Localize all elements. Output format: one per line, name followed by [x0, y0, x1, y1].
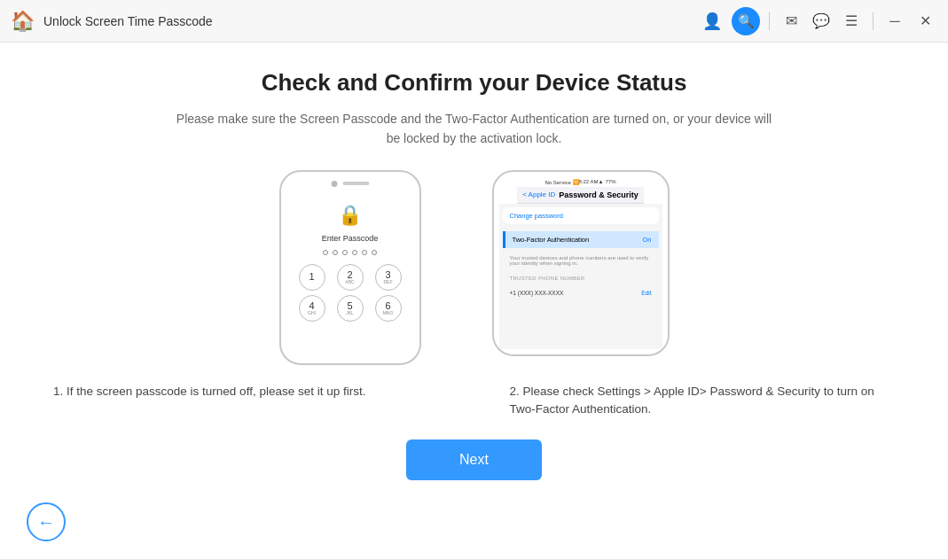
passcode-dot-2 — [333, 250, 338, 255]
search-icon[interactable]: 🔍 — [732, 7, 760, 35]
phone2-status-left: No Service 🛜 — [545, 179, 579, 185]
passcode-dot-5 — [362, 250, 367, 255]
phone2-edit-label: Edit — [641, 290, 651, 296]
passcode-dot-3 — [342, 250, 348, 255]
battery-label: 77% — [605, 179, 615, 184]
phone2-time: 8:22 AM — [579, 179, 599, 184]
phone2-nav: < Apple ID Password & Security — [517, 187, 644, 204]
key-3: 3DEF — [375, 264, 402, 291]
page-title: Check and Confirm your Device Status — [262, 69, 687, 97]
phone2-change-password-row: Change password — [503, 207, 659, 224]
titlebar-left: 🏠 Unlock Screen Time Passcode — [11, 10, 698, 33]
phone2-trusted-label: TRUSTED PHONE NUMBER — [503, 273, 659, 284]
back-button[interactable]: ← — [27, 502, 66, 541]
desc1: 1. If the screen passcode is turned off,… — [53, 383, 439, 419]
phone1-top — [331, 181, 369, 187]
minimize-button[interactable]: ─ — [882, 9, 907, 34]
close-button[interactable]: ✕ — [913, 9, 937, 34]
key-2: 2ABC — [337, 264, 364, 291]
phone2-trusted-number: +1 (XXX) XXX-XXXX — [510, 290, 564, 296]
phone1-wrap: 🔒 Enter Passcode 1 2ABC 3DEF 4 — [279, 170, 421, 365]
phone2-info-text: Your trusted devices and phone numbers a… — [503, 252, 659, 269]
phone1-dot — [331, 181, 337, 187]
phone2-back-label: < Apple ID — [522, 191, 555, 198]
phone2-status-right: ▲ 77% — [599, 179, 616, 184]
phone2-body: Change password Two-Factor Authenticatio… — [499, 204, 662, 349]
key-4: 4GHI — [299, 295, 325, 322]
main-content: Check and Confirm your Device Status Ple… — [0, 43, 948, 559]
phones-row: 🔒 Enter Passcode 1 2ABC 3DEF 4 — [53, 170, 895, 365]
battery-icon: ▲ — [599, 179, 604, 184]
phone2-2fa-row: Two-Factor Authentication On — [503, 231, 659, 248]
passcode-dot-6 — [372, 250, 377, 255]
desc-row: 1. If the screen passcode is turned off,… — [53, 383, 895, 419]
mail-icon[interactable]: ✉ — [779, 9, 803, 34]
lock-icon: 🔒 — [338, 204, 362, 227]
phone2-trusted-row: +1 (XXX) XXX-XXXX Edit — [503, 287, 659, 299]
passcode-dot-4 — [352, 250, 357, 255]
phone2-wrap: No Service 🛜 8:22 AM ▲ 77% < Apple ID Pa… — [492, 170, 670, 356]
enter-passcode-text: Enter Passcode — [322, 234, 379, 243]
passcode-dot-1 — [323, 250, 328, 255]
titlebar-divider — [769, 12, 770, 30]
phone2-change-password-section: Change password — [503, 207, 659, 224]
phone2-2fa-label: Two-Factor Authentication — [513, 236, 590, 244]
phone2-device: No Service 🛜 8:22 AM ▲ 77% < Apple ID Pa… — [492, 170, 670, 356]
phone2-nav-title: Password & Security — [559, 191, 639, 199]
home-icon: 🏠 — [11, 10, 35, 33]
phone2-status: No Service 🛜 8:22 AM ▲ 77% — [542, 179, 620, 185]
titlebar: 🏠 Unlock Screen Time Passcode 👤 🔍 ✉ 💬 ☰ … — [0, 0, 948, 43]
phone1-screen: 🔒 Enter Passcode 1 2ABC 3DEF 4 — [290, 195, 411, 354]
user-icon[interactable]: 👤 — [698, 7, 726, 35]
menu-icon[interactable]: ☰ — [839, 9, 864, 34]
phone1-device: 🔒 Enter Passcode 1 2ABC 3DEF 4 — [279, 170, 421, 365]
passcode-dots — [323, 250, 377, 255]
next-button[interactable]: Next — [406, 439, 542, 480]
no-service-label: No Service 🛜 — [545, 179, 579, 185]
titlebar-title: Unlock Screen Time Passcode — [43, 14, 213, 28]
page-subtitle: Please make sure the Screen Passcode and… — [173, 109, 776, 149]
titlebar-icons: 👤 🔍 ✉ 💬 ☰ ─ ✕ — [698, 7, 937, 35]
chat-icon[interactable]: 💬 — [809, 9, 834, 34]
back-btn-wrap: ← — [27, 502, 66, 541]
phone1-line — [342, 182, 369, 185]
key-5: 5JKL — [337, 295, 364, 322]
desc2: 2. Please check Settings > Apple ID> Pas… — [510, 383, 896, 419]
key-1: 1 — [299, 264, 325, 291]
phone2-2fa-status: On — [642, 236, 651, 244]
titlebar-divider2 — [873, 12, 874, 30]
keypad: 1 2ABC 3DEF 4GHI 5JKL 6MNO — [295, 264, 405, 322]
key-6: 6MNO — [375, 295, 402, 322]
